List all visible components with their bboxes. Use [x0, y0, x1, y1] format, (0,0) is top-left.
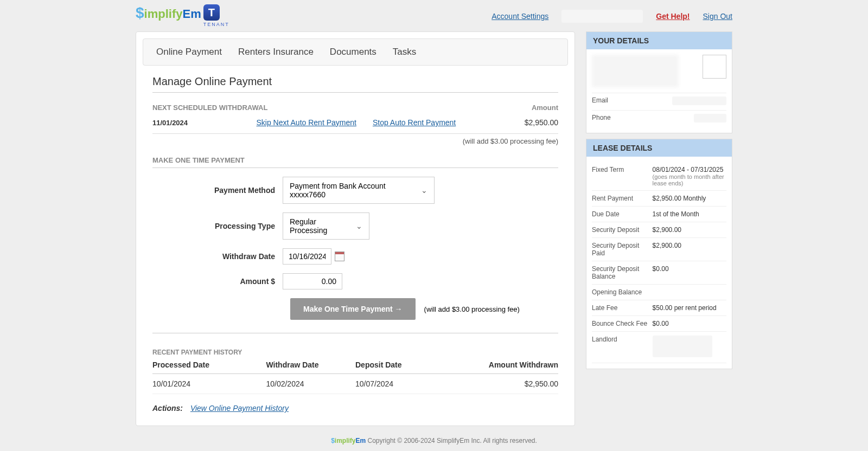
- tab-online-payment[interactable]: Online Payment: [156, 47, 222, 57]
- tab-renters-insurance[interactable]: Renters Insurance: [238, 47, 314, 57]
- tenant-name-blurred: [592, 55, 679, 87]
- processing-type-label: Processing Type: [152, 222, 283, 230]
- sign-out-link[interactable]: Sign Out: [703, 12, 732, 21]
- view-payment-history-link[interactable]: View Online Payment History: [190, 404, 289, 413]
- lease-row: Late Fee$50.00 per rent period: [592, 300, 726, 316]
- stop-auto-payment-link[interactable]: Stop Auto Rent Payment: [373, 118, 456, 127]
- chevron-down-icon: ⌄: [421, 186, 427, 195]
- email-label: Email: [592, 96, 608, 107]
- tab-documents[interactable]: Documents: [330, 47, 376, 57]
- lease-row: Rent Payment$2,950.00 Monthly: [592, 191, 726, 207]
- email-value-blurred: [672, 96, 726, 105]
- next-withdrawal-header: NEXT SCHEDULED WITHDRAWAL: [152, 104, 267, 112]
- copyright-text: Copyright © 2006-2024 SimplifyEm Inc. Al…: [368, 437, 537, 444]
- one-time-payment-header: MAKE ONE TIME PAYMENT: [152, 156, 245, 164]
- payment-method-label: Payment Method: [152, 186, 283, 195]
- lease-row: Security Deposit$2,900.00: [592, 222, 726, 238]
- page-title: Manage Online Payment: [152, 75, 558, 88]
- next-withdrawal-date: 11/01/2024: [152, 119, 188, 127]
- lease-row: Opening Balance: [592, 285, 726, 300]
- col-deposit-date: Deposit Date: [355, 360, 457, 369]
- tenant-badge-icon: T: [203, 4, 220, 21]
- user-name-blurred: [561, 10, 643, 23]
- lease-row: Bounce Check Fee$0.00: [592, 316, 726, 332]
- get-help-link[interactable]: Get Help!: [656, 12, 690, 21]
- lease-row: Security Deposit Balance$0.00: [592, 261, 726, 285]
- your-details-header: YOUR DETAILS: [586, 32, 732, 49]
- tab-tasks[interactable]: Tasks: [393, 47, 416, 57]
- lease-details-header: LEASE DETAILS: [586, 139, 732, 157]
- lease-row: Security Deposit Paid$2,900.00: [592, 238, 726, 261]
- payment-method-select[interactable]: Payment from Bank Account xxxxx7660 ⌄: [283, 177, 435, 204]
- amount-input[interactable]: [283, 273, 342, 289]
- logo[interactable]: $implifyEm T TENANT: [136, 4, 229, 27]
- payment-method-value: Payment from Bank Account xxxxx7660: [290, 182, 414, 199]
- one-time-fee-note: (will add $3.00 processing fee): [424, 305, 520, 313]
- withdraw-date-input[interactable]: [283, 248, 331, 265]
- history-title: RECENT PAYMENT HISTORY: [152, 349, 558, 356]
- withdraw-date-label: Withdraw Date: [152, 252, 283, 261]
- account-settings-link[interactable]: Account Settings: [492, 12, 548, 21]
- withdrawal-fee-note: (will add $3.00 processing fee): [152, 137, 558, 145]
- lease-row: Landlord: [592, 332, 726, 363]
- phone-label: Phone: [592, 114, 611, 124]
- lease-row: Due Date1st of the Month: [592, 207, 726, 222]
- tenant-label: TENANT: [203, 22, 229, 27]
- amount-label: Amount $: [152, 277, 283, 286]
- table-row: 10/01/202410/02/202410/07/2024$2,950.00: [152, 374, 558, 394]
- make-one-time-payment-button[interactable]: Make One Time Payment →: [290, 298, 416, 320]
- processing-type-select[interactable]: Regular Processing ⌄: [283, 212, 369, 240]
- col-withdraw-date: Withdraw Date: [266, 360, 355, 369]
- processing-type-value: Regular Processing: [290, 217, 349, 235]
- next-withdrawal-amount: $2,950.00: [525, 118, 558, 127]
- lease-row: Fixed Term08/01/2024 - 07/31/2025(goes m…: [592, 162, 726, 191]
- avatar: [703, 55, 726, 79]
- chevron-down-icon: ⌄: [356, 222, 362, 230]
- skip-auto-payment-link[interactable]: Skip Next Auto Rent Payment: [257, 118, 356, 127]
- calendar-icon[interactable]: [335, 252, 344, 261]
- col-processed-date: Processed Date: [152, 360, 266, 369]
- footer-logo: $implifyEm: [331, 437, 366, 444]
- actions-label: Actions:: [152, 404, 183, 413]
- amount-header: Amount: [532, 104, 558, 112]
- col-amount-withdrawn: Amount Withdrawn: [457, 360, 558, 369]
- phone-value-blurred: [694, 114, 726, 123]
